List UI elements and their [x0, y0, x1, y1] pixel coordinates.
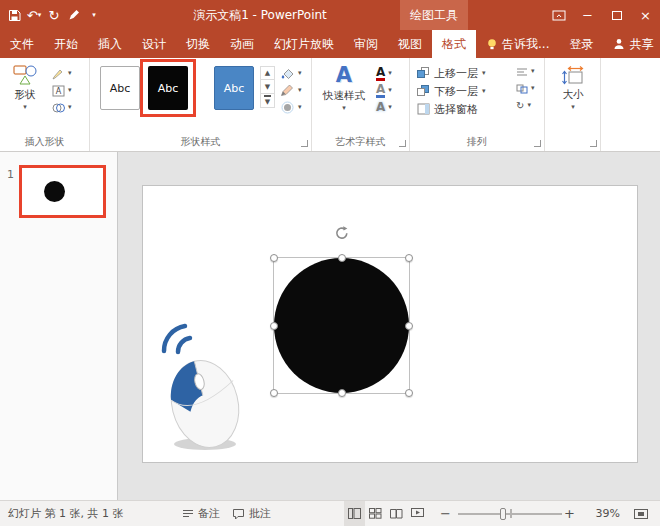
size-icon: [562, 66, 584, 86]
quick-styles-button[interactable]: A 快速样式 ▾: [317, 63, 371, 112]
selection-handle-sw[interactable]: [270, 389, 278, 397]
shape-effects-button[interactable]: ▾: [280, 99, 302, 116]
edit-shape-button[interactable]: ▾: [52, 65, 72, 82]
contextual-tab-group-drawing-tools[interactable]: 绘图工具: [400, 0, 468, 30]
more-bar: [264, 95, 271, 97]
shape-style-white[interactable]: Abc: [100, 66, 140, 110]
tab-animations[interactable]: 动画: [220, 30, 264, 58]
notes-icon: [182, 508, 194, 519]
mouse-clipart[interactable]: [159, 318, 247, 452]
selection-handle-n[interactable]: [338, 254, 346, 262]
save-button[interactable]: [4, 3, 24, 27]
ribbon-display-options-button[interactable]: [544, 0, 573, 30]
zoom-level[interactable]: 39%: [582, 501, 620, 526]
redo-icon: ↻: [49, 8, 60, 23]
send-backward-button[interactable]: 下移一层 ▾: [417, 83, 486, 99]
tab-view[interactable]: 视图: [388, 30, 432, 58]
fit-to-window-button[interactable]: [634, 501, 648, 526]
shape-outline-button[interactable]: ▾: [280, 82, 302, 99]
ribbon-group-insert-shapes: 形状 ▾ ▾ A ▾ ▾ 插入形状: [0, 58, 90, 151]
rotate-handle[interactable]: [334, 225, 350, 241]
reading-view-button[interactable]: [386, 501, 407, 526]
shape-outline-icon: [280, 84, 295, 97]
minimize-button[interactable]: ─: [573, 0, 602, 30]
merge-shapes-button[interactable]: ▾: [52, 99, 72, 116]
shape-effects-icon: [280, 101, 295, 114]
selection-handle-ne[interactable]: [405, 254, 413, 262]
group-label-insert-shapes: 插入形状: [0, 135, 89, 149]
statusbar: 幻灯片 第 1 张, 共 1 张 备注 批注 − + 39%: [0, 500, 660, 526]
shape-style-blue[interactable]: Abc: [214, 66, 254, 110]
maximize-button[interactable]: [602, 0, 631, 30]
text-effects-button[interactable]: A ▾: [376, 99, 392, 116]
slide-thumbnail-1[interactable]: [19, 165, 106, 218]
close-button[interactable]: ×: [631, 0, 660, 30]
chevron-down-icon: ▾: [342, 105, 346, 112]
shapes-gallery-button[interactable]: 形状 ▾: [5, 64, 45, 111]
redo-button[interactable]: ↻: [44, 3, 64, 27]
gallery-down-button[interactable]: ▼: [260, 80, 275, 94]
selection-handle-w[interactable]: [270, 322, 278, 330]
ribbon-group-size: 大小 ▾: [545, 58, 601, 151]
bring-forward-button[interactable]: 上移一层 ▾: [417, 65, 486, 81]
slideshow-view-button[interactable]: [407, 501, 428, 526]
share-button[interactable]: 共享: [603, 30, 660, 58]
tab-transitions[interactable]: 切换: [176, 30, 220, 58]
arrange-dialog-launcher[interactable]: [534, 140, 541, 147]
shape-styles-dialog-launcher[interactable]: [301, 140, 308, 147]
selection-handle-se[interactable]: [405, 389, 413, 397]
selection-handle-s[interactable]: [338, 389, 346, 397]
selection-handle-e[interactable]: [405, 322, 413, 330]
send-backward-icon: [417, 85, 430, 97]
ribbon-display-options-icon: [552, 10, 566, 21]
annotation-highlight-shape-style: [140, 59, 196, 117]
bring-forward-icon: [417, 67, 430, 79]
slide-sorter-view-button[interactable]: [365, 501, 386, 526]
sign-in-button[interactable]: 登录: [559, 30, 603, 58]
notes-button[interactable]: 备注: [182, 501, 220, 526]
chevron-down-icon: ▾: [531, 85, 535, 92]
pen-mode-button[interactable]: [64, 3, 84, 27]
size-dialog-launcher[interactable]: [590, 140, 597, 147]
svg-text:A: A: [56, 87, 62, 96]
selection-pane-icon: [417, 103, 430, 115]
text-box-button[interactable]: A ▾: [52, 82, 72, 99]
group-label-wordart-styles: 艺术字样式: [312, 135, 409, 149]
shape-fill-button[interactable]: ▾: [280, 65, 302, 82]
save-icon: [8, 9, 21, 22]
tab-file[interactable]: 文件: [0, 30, 44, 58]
gallery-more-button[interactable]: ▼: [260, 94, 275, 108]
tab-insert[interactable]: 插入: [88, 30, 132, 58]
align-objects-button[interactable]: ▾: [516, 63, 535, 80]
slide-canvas[interactable]: [142, 185, 638, 463]
text-fill-button[interactable]: A ▾: [376, 65, 392, 82]
tab-home[interactable]: 开始: [44, 30, 88, 58]
tab-tell-me[interactable]: 告诉我...: [476, 30, 559, 58]
comments-button[interactable]: 批注: [232, 501, 271, 526]
zoom-slider-thumb[interactable]: [500, 508, 506, 520]
group-objects-button[interactable]: ▾: [516, 80, 535, 97]
undo-button[interactable]: ↶▾: [24, 3, 44, 27]
customize-qat-button[interactable]: ▾: [84, 3, 104, 27]
zoom-level-text: 39%: [596, 507, 620, 520]
zoom-in-button[interactable]: +: [564, 501, 575, 526]
selection-handle-nw[interactable]: [270, 254, 278, 262]
selection-pane-button[interactable]: 选择窗格: [417, 101, 478, 117]
tab-slideshow[interactable]: 幻灯片放映: [264, 30, 344, 58]
zoom-slider[interactable]: [458, 501, 562, 526]
reading-view-icon: [390, 508, 403, 519]
tell-me-label: 告诉我...: [502, 36, 549, 53]
gallery-up-button[interactable]: ▲: [260, 66, 275, 80]
size-button[interactable]: 大小 ▾: [553, 66, 593, 111]
tab-review[interactable]: 审阅: [344, 30, 388, 58]
slide-sorter-icon: [369, 508, 382, 519]
zoom-out-button[interactable]: −: [440, 501, 451, 526]
rotate-objects-button[interactable]: ↻ ▾: [516, 97, 535, 114]
slide-thumbnails-panel: 1: [0, 152, 118, 500]
tab-format[interactable]: 格式: [432, 30, 476, 58]
tab-design[interactable]: 设计: [132, 30, 176, 58]
chevron-down-icon: ▾: [92, 12, 96, 19]
text-outline-button[interactable]: A ▾: [376, 82, 392, 99]
normal-view-button[interactable]: [344, 501, 365, 526]
wordart-dialog-launcher[interactable]: [399, 140, 406, 147]
